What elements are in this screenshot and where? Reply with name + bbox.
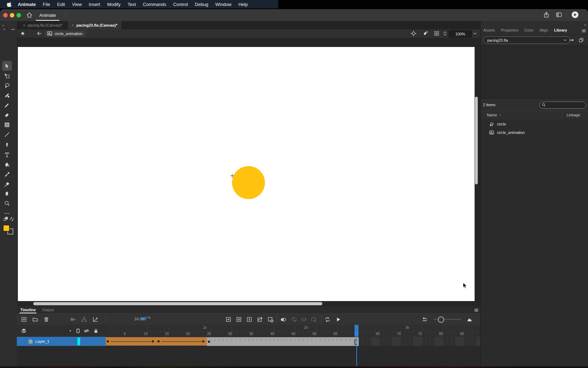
tab-timeline[interactable]: Timeline (20, 307, 36, 313)
insert-frame-button[interactable] (246, 316, 252, 322)
layer-parenting-button[interactable] (81, 316, 87, 322)
asset-warp-tool[interactable] (2, 179, 12, 189)
tab-color[interactable]: Color (524, 28, 533, 32)
selection-tool[interactable] (2, 61, 12, 71)
back-arrow-icon[interactable] (36, 30, 42, 36)
show-all-dot-icon[interactable] (68, 328, 73, 334)
add-camera-button[interactable] (70, 316, 76, 322)
loop-playback-button[interactable] (324, 316, 330, 322)
eraser-tool[interactable] (2, 110, 12, 120)
menu-help[interactable]: Help (235, 2, 251, 7)
insert-keyframe-button[interactable] (225, 316, 231, 322)
panel-expander-icon[interactable]: » (584, 22, 586, 27)
breadcrumb[interactable]: circle_animation (45, 30, 86, 37)
lasso-tool[interactable] (2, 81, 12, 90)
layer-highlight-swatch[interactable] (77, 338, 80, 345)
close-tab-icon[interactable]: × (72, 23, 74, 27)
tab-properties[interactable]: Properties (501, 28, 518, 32)
menu-animate[interactable]: Animate (14, 2, 39, 7)
hand-tool[interactable] (2, 189, 12, 198)
stage-circle-object[interactable] (232, 166, 265, 199)
insert-blank-keyframe-button[interactable] (236, 316, 242, 322)
close-window-button[interactable] (3, 13, 8, 18)
zoom-level-input[interactable]: 100% (449, 30, 472, 38)
document-tab-1[interactable]: ×pacing23.fla (Canvas)* (67, 21, 122, 29)
playhead-marker[interactable] (355, 325, 358, 337)
menu-insert[interactable]: Insert (85, 2, 104, 7)
menu-control[interactable]: Control (170, 2, 191, 7)
zoom-dropdown-chevron-icon[interactable] (472, 31, 478, 36)
layer-frames-track[interactable] (106, 337, 480, 346)
fluid-brush-tool[interactable] (2, 90, 12, 100)
line-tool[interactable] (2, 130, 12, 139)
layer-name[interactable]: Layer_1 (35, 339, 49, 343)
free-transform-tool[interactable] (2, 71, 12, 81)
current-frame-value[interactable]: 60 (141, 316, 146, 321)
workspace-icon[interactable] (556, 12, 563, 19)
new-library-panel-icon[interactable] (579, 38, 584, 43)
library-search-input[interactable] (539, 102, 586, 109)
share-icon[interactable] (543, 12, 550, 19)
modify-markers-button[interactable] (311, 316, 317, 322)
rotate-stage-icon[interactable] (422, 30, 428, 36)
new-folder-button[interactable] (32, 316, 38, 322)
lock-column-icon[interactable] (93, 328, 99, 334)
library-document-select[interactable]: pacing23.fla (483, 36, 570, 44)
minimize-window-button[interactable] (10, 13, 14, 18)
sort-ascending-icon[interactable]: ↑ (499, 113, 501, 117)
center-stage-icon[interactable] (411, 30, 416, 36)
classic-brush-tool[interactable] (2, 100, 12, 110)
stage-hscrollbar-thumb[interactable] (33, 302, 322, 305)
tab-align[interactable]: Align (539, 28, 548, 32)
delete-frame-button[interactable] (267, 316, 273, 322)
play-button[interactable] (335, 316, 341, 322)
reset-timeline-zoom-button[interactable] (422, 316, 428, 322)
onion-skin-button[interactable] (280, 316, 286, 322)
frame-rate-value[interactable]: 24.00 (117, 317, 144, 321)
tab-library[interactable]: Library (554, 28, 567, 32)
fit-frames-button[interactable] (467, 316, 472, 322)
timeline-panel-menu-icon[interactable] (474, 308, 479, 313)
library-item-circle_animation[interactable]: circle_animation (481, 128, 588, 137)
menu-modify[interactable]: Modify (104, 2, 124, 7)
hide-column-icon[interactable] (84, 328, 89, 334)
more-tools[interactable] (2, 209, 12, 218)
menu-view[interactable]: View (69, 2, 85, 7)
graph-editor-button[interactable] (92, 316, 98, 322)
loop-frames-button[interactable] (291, 316, 297, 322)
pen-tool[interactable] (2, 140, 12, 150)
menu-debug[interactable]: Debug (191, 2, 212, 7)
layer-row[interactable]: Layer_1 (17, 337, 106, 346)
frame-span-tween-0[interactable] (106, 337, 156, 346)
pin-library-icon[interactable] (569, 38, 574, 43)
timeline-zoom-knob[interactable] (438, 316, 444, 323)
test-movie-icon[interactable] (571, 11, 578, 18)
scene-icon[interactable]: ♣ (21, 30, 24, 36)
rectangle-tool[interactable] (2, 120, 12, 130)
column-header-name[interactable]: Name (487, 113, 497, 117)
edit-multiple-frames-button[interactable] (301, 316, 307, 322)
home-tab[interactable]: Animate (35, 9, 60, 21)
menu-text[interactable]: Text (124, 2, 139, 7)
menu-window[interactable]: Window (212, 2, 235, 7)
zoom-tool[interactable] (2, 198, 12, 208)
paint-bucket-tool[interactable] (2, 160, 12, 170)
new-layer-button[interactable] (21, 316, 27, 322)
stage-vscrollbar-thumb[interactable] (475, 97, 478, 184)
frame-span-tween-1[interactable] (156, 337, 207, 346)
menu-edit[interactable]: Edit (54, 2, 68, 7)
timeline-zoom-slider[interactable] (433, 319, 461, 320)
delete-layer-button[interactable] (43, 316, 49, 322)
column-divider[interactable] (562, 112, 562, 119)
library-item-circle[interactable]: circle (481, 120, 588, 128)
collapse-tools-icon[interactable]: « (2, 23, 4, 27)
apple-menu-icon[interactable] (7, 2, 12, 7)
home-icon[interactable] (26, 12, 34, 19)
clip-content-icon[interactable] (434, 30, 440, 36)
tab-output[interactable]: Output (41, 307, 54, 313)
zoom-stepper-icon[interactable] (442, 31, 448, 37)
library-panel-menu-icon[interactable] (581, 28, 586, 33)
frame-span-static-2[interactable] (207, 337, 359, 346)
document-tab-0[interactable]: ×pacing.fla (Canvas)* (19, 21, 67, 29)
column-header-linkage[interactable]: Linkage (567, 113, 580, 117)
